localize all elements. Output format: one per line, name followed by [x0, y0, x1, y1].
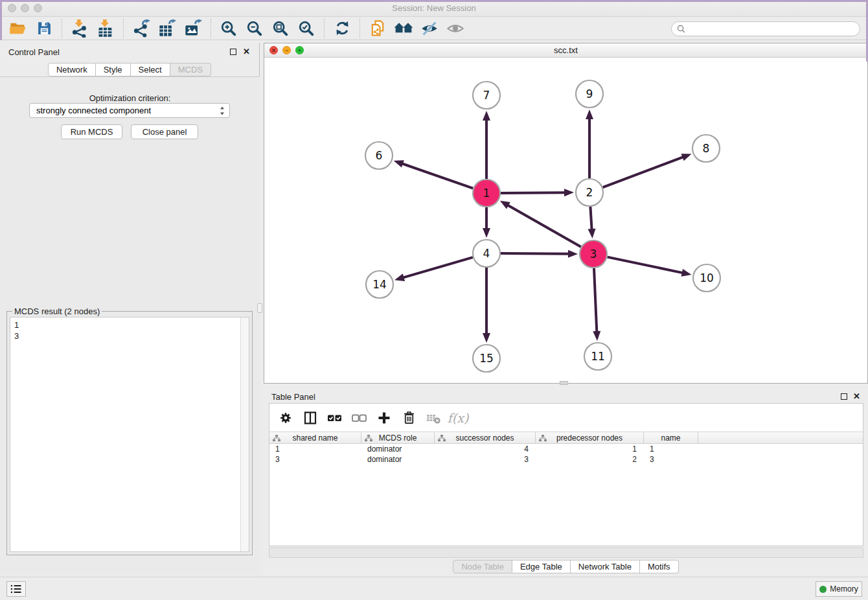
- table-cell: 1: [536, 444, 644, 454]
- toolbar-separator: [324, 19, 325, 38]
- zoom-selected-button[interactable]: [293, 18, 319, 39]
- function-builder-button[interactable]: f(x): [448, 408, 468, 428]
- select-all-rows-button[interactable]: [325, 408, 345, 428]
- network-view-window: ✕ − + scc.txt 7968124314101511: [264, 43, 868, 384]
- gear-icon: [279, 411, 293, 425]
- tab-style[interactable]: Style: [96, 63, 131, 76]
- tab-motifs[interactable]: Motifs: [640, 560, 679, 573]
- refresh-network-button[interactable]: [329, 18, 355, 39]
- column-header-predecessor-nodes[interactable]: predecessor nodes: [536, 432, 644, 443]
- run-mcds-button[interactable]: Run MCDS: [61, 124, 122, 139]
- edge-1-6[interactable]: [402, 164, 473, 189]
- add-column-button[interactable]: [374, 408, 394, 428]
- column-header-label: MCDS role: [379, 433, 417, 443]
- main-toolbar: [0, 17, 868, 40]
- zoom-fit-button[interactable]: [268, 18, 293, 39]
- tab-select[interactable]: Select: [131, 63, 170, 76]
- save-session-button[interactable]: [31, 18, 57, 39]
- show-all-button[interactable]: [442, 18, 468, 39]
- toolbar-separator: [123, 19, 124, 38]
- search-input[interactable]: [689, 25, 860, 34]
- export-table-icon: [158, 19, 176, 38]
- status-bar: Memory: [0, 577, 868, 600]
- import-network-button[interactable]: [67, 18, 93, 39]
- criterion-value: strongly connected component: [36, 106, 219, 115]
- toolbar-separator: [360, 19, 360, 38]
- deselect-all-rows-button[interactable]: [350, 408, 369, 428]
- graph-node-label: 14: [372, 278, 387, 291]
- result-scrollbar[interactable]: [240, 317, 249, 551]
- hide-selected-button[interactable]: [417, 18, 442, 39]
- tab-node-table[interactable]: Node Table: [453, 560, 512, 573]
- select-columns-button[interactable]: [301, 408, 320, 428]
- tab-mcds[interactable]: MCDS: [170, 63, 211, 76]
- mcds-result-line: 3: [14, 330, 249, 341]
- tab-network[interactable]: Network: [48, 63, 96, 76]
- zoom-in-button[interactable]: [216, 18, 242, 39]
- network-resize-handle[interactable]: [560, 381, 568, 385]
- delete-table-button[interactable]: [424, 408, 443, 428]
- float-table-panel-icon[interactable]: [841, 393, 847, 400]
- import-table-icon: [97, 19, 115, 38]
- column-header-shared-name[interactable]: shared name: [269, 432, 361, 443]
- edge-3-10[interactable]: [608, 257, 683, 273]
- edge-4-14[interactable]: [404, 257, 473, 277]
- graph-node-label: 1: [483, 187, 490, 200]
- column-header-MCDS-role[interactable]: MCDS role: [361, 432, 435, 443]
- edge-3-11[interactable]: [594, 268, 597, 332]
- table-tabs: Node Table Edge Table Network Table Moti…: [264, 560, 868, 573]
- home-view-button[interactable]: [391, 18, 417, 39]
- task-history-button[interactable]: [6, 581, 26, 597]
- edge-2-3[interactable]: [590, 207, 591, 229]
- network-canvas[interactable]: 7968124314101511: [264, 58, 867, 383]
- table-cell: 1: [644, 444, 698, 454]
- close-panel-icon[interactable]: ✕: [243, 47, 250, 56]
- edge-3-1[interactable]: [508, 205, 581, 247]
- export-image-icon: [184, 19, 202, 38]
- search-field[interactable]: [671, 21, 860, 36]
- column-header-label: successor nodes: [455, 433, 514, 443]
- edge-2-8[interactable]: [603, 157, 683, 187]
- table-row[interactable]: 1dominator411: [269, 444, 863, 454]
- edge-1-2[interactable]: [501, 192, 565, 193]
- table-horizontal-scrollbar[interactable]: [269, 548, 863, 558]
- delete-table-icon: [426, 411, 442, 425]
- memory-status-dot: [819, 586, 827, 593]
- export-table-button[interactable]: [154, 18, 180, 39]
- delete-column-button[interactable]: [399, 408, 418, 428]
- table-rows: 1dominator4113dominator323: [269, 444, 863, 465]
- table-cell: 3: [644, 454, 698, 465]
- memory-button[interactable]: Memory: [816, 581, 862, 597]
- network-window-titlebar[interactable]: ✕ − + scc.txt: [264, 43, 867, 58]
- table-settings-button[interactable]: [276, 408, 295, 428]
- open-folder-icon: [9, 20, 27, 37]
- graph-node-label: 2: [586, 186, 593, 199]
- tab-network-table[interactable]: Network Table: [571, 560, 640, 573]
- zoom-out-icon: [246, 19, 264, 38]
- refresh-icon: [334, 19, 351, 37]
- tab-edge-table[interactable]: Edge Table: [512, 560, 571, 573]
- edge-4-3[interactable]: [501, 253, 569, 254]
- export-image-button[interactable]: [180, 18, 206, 39]
- table-row[interactable]: 3dominator323: [269, 454, 863, 465]
- close-table-panel-icon[interactable]: ✕: [853, 391, 860, 401]
- trash-icon: [402, 410, 417, 425]
- import-table-button[interactable]: [93, 18, 119, 39]
- column-header-label: name: [661, 433, 680, 443]
- export-network-button[interactable]: [128, 18, 154, 39]
- mcds-result-list[interactable]: 1 3: [10, 317, 249, 552]
- open-session-button[interactable]: [5, 18, 31, 39]
- float-panel-icon[interactable]: [230, 49, 236, 55]
- table-toolbar: f(x): [269, 404, 863, 432]
- mcds-result-title: MCDS result (2 nodes): [12, 306, 102, 316]
- column-header-successor-nodes[interactable]: successor nodes: [435, 432, 536, 443]
- column-header-name[interactable]: name: [644, 432, 698, 443]
- graph-node-label: 15: [479, 352, 494, 365]
- list-icon: [10, 583, 23, 595]
- duplicate-network-button[interactable]: [365, 18, 391, 39]
- app-titlebar: Session: New Session: [0, 0, 868, 17]
- splitter-handle[interactable]: [257, 303, 262, 313]
- criterion-dropdown[interactable]: strongly connected component: [29, 103, 230, 118]
- close-panel-button[interactable]: Close panel: [131, 124, 198, 139]
- zoom-out-button[interactable]: [242, 18, 268, 39]
